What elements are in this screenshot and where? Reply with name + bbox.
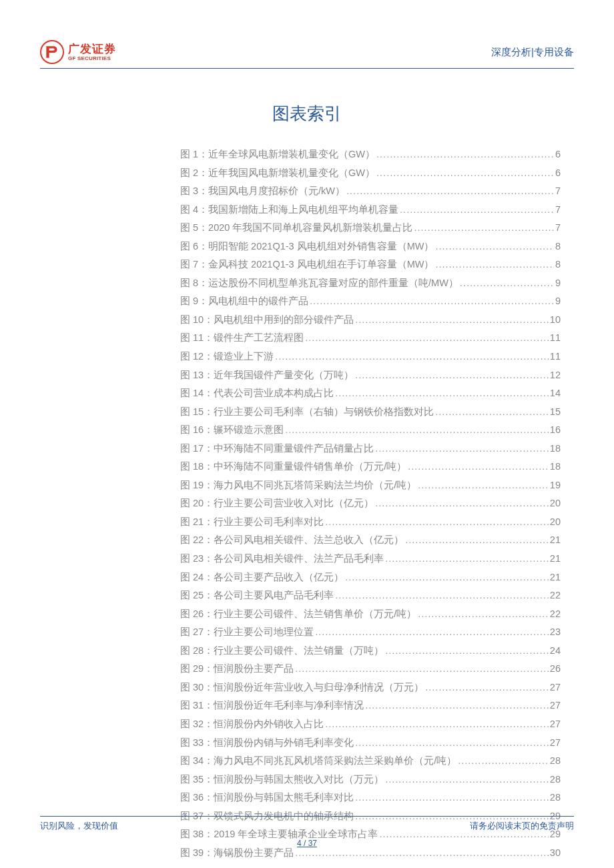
- toc-row: 图 35：恒润股份与韩国太熊收入对比（万元）28: [180, 771, 561, 789]
- toc-entry-label: 图 13：近年我国锻件产量变化（万吨）: [180, 366, 354, 385]
- toc-leader-dots: [376, 145, 554, 164]
- toc-entry-label: 图 15：行业主要公司毛利率（右轴）与钢铁价格指数对比: [180, 403, 434, 422]
- toc-row: 图 32：恒润股份内外销收入占比27: [180, 715, 561, 734]
- toc-entry-page: 16: [550, 421, 561, 440]
- toc-entry-label: 图 27：行业主要公司地理位置: [180, 623, 314, 642]
- toc-entry-page: 27: [550, 734, 561, 753]
- page-header: 广发证券 GF SECURITIES 深度分析|专用设备: [40, 40, 574, 69]
- toc-leader-dots: [285, 421, 549, 440]
- toc-entry-label: 图 14：代表公司营业成本构成占比: [180, 384, 334, 403]
- toc-entry-page: 6: [555, 164, 561, 183]
- toc-leader-dots: [408, 458, 549, 476]
- toc-entry-page: 7: [555, 201, 561, 220]
- logo-text: 广发证券 GF SECURITIES: [68, 43, 116, 61]
- toc-row: 图 25：各公司主要风电产品毛利率22: [180, 586, 561, 605]
- logo-name-en: GF SECURITIES: [68, 56, 116, 61]
- toc-row: 图 18：中环海陆不同重量锻件销售单价（万元/吨）18: [180, 458, 561, 476]
- toc-row: 图 5：2020 年我国不同单机容量风机新增装机量占比7: [180, 219, 561, 238]
- toc-entry-label: 图 31：恒润股份近年毛利率与净利率情况: [180, 697, 364, 715]
- toc-entry-label: 图 3：我国风电月度招标价（元/kW）: [180, 182, 345, 201]
- toc-leader-dots: [405, 531, 549, 550]
- toc-row: 图 16：辗环锻造示意图16: [180, 421, 561, 440]
- toc-entry-page: 27: [550, 679, 561, 697]
- toc-entry-label: 图 22：各公司风电相关锻件、法兰总收入（亿元）: [180, 531, 404, 550]
- toc-leader-dots: [305, 329, 549, 348]
- toc-row: 图 27：行业主要公司地理位置23: [180, 623, 561, 642]
- toc-leader-dots: [345, 568, 549, 587]
- toc-row: 图 8：运达股份不同机型单兆瓦容量对应的部件重量（吨/MW）9: [180, 274, 561, 293]
- toc-entry-page: 6: [555, 145, 561, 164]
- toc-row: 图 10：风电机组中用到的部分锻件产品10: [180, 311, 561, 330]
- document-page: 广发证券 GF SECURITIES 深度分析|专用设备 图表索引 图 1：近年…: [0, 0, 614, 868]
- toc-entry-label: 图 23：各公司风电相关锻件、法兰产品毛利率: [180, 550, 384, 568]
- toc-entry-label: 图 25：各公司主要风电产品毛利率: [180, 586, 334, 605]
- toc-entry-label: 图 16：辗环锻造示意图: [180, 421, 284, 440]
- toc-entry-page: 9: [555, 292, 561, 311]
- toc-leader-dots: [385, 771, 549, 789]
- toc-entry-page: 8: [555, 256, 561, 274]
- toc-entry-label: 图 28：行业主要公司锻件、法兰销量（万吨）: [180, 642, 384, 661]
- toc-row: 图 21：行业主要公司毛利率对比20: [180, 513, 561, 532]
- toc-entry-page: 21: [550, 568, 561, 587]
- toc-leader-dots: [335, 586, 549, 605]
- toc-row: 图 3：我国风电月度招标价（元/kW）7: [180, 182, 561, 201]
- toc-entry-label: 图 19：海力风电不同兆瓦塔筒采购法兰均价（元/吨）: [180, 476, 416, 495]
- toc-row: 图 13：近年我国锻件产量变化（万吨）12: [180, 366, 561, 385]
- toc-row: 图 11：锻件生产工艺流程图11: [180, 329, 561, 348]
- toc-entry-page: 9: [555, 274, 561, 293]
- toc-leader-dots: [375, 440, 549, 458]
- toc-leader-dots: [295, 660, 549, 679]
- toc-entry-label: 图 4：我国新增陆上和海上风电机组平均单机容量: [180, 201, 398, 220]
- toc-entry-label: 图 33：恒润股份内销与外销毛利率变化: [180, 734, 354, 753]
- toc-leader-dots: [385, 550, 549, 568]
- toc-entry-label: 图 26：行业主要公司锻件、法兰销售单价（万元/吨）: [180, 605, 416, 624]
- toc-leader-dots: [414, 219, 554, 238]
- toc-entry-label: 图 29：恒润股份主要产品: [180, 660, 294, 679]
- toc-leader-dots: [375, 494, 549, 513]
- toc-leader-dots: [385, 642, 549, 661]
- toc-leader-dots: [315, 623, 549, 642]
- toc-entry-page: 8: [555, 238, 561, 256]
- toc-entry-label: 图 18：中环海陆不同重量锻件销售单价（万元/吨）: [180, 458, 406, 476]
- toc-entry-page: 15: [550, 403, 561, 422]
- toc-entry-label: 图 1：近年全球风电新增装机量变化（GW）: [180, 145, 375, 164]
- toc-entry-page: 7: [555, 219, 561, 238]
- toc-entry-page: 10: [550, 311, 561, 330]
- toc-leader-dots: [275, 348, 549, 366]
- toc-entry-page: 19: [550, 476, 561, 495]
- toc-entry-label: 图 2：近年我国风电新增装机量变化（GW）: [180, 164, 375, 183]
- toc-entry-label: 图 20：行业主要公司营业收入对比（亿元）: [180, 494, 374, 513]
- toc-entry-label: 图 32：恒润股份内外销收入占比: [180, 715, 324, 734]
- toc-entry-label: 图 10：风电机组中用到的部分锻件产品: [180, 311, 354, 330]
- toc-row: 图 2：近年我国风电新增装机量变化（GW）6: [180, 164, 561, 183]
- logo-name-cn: 广发证券: [68, 43, 116, 55]
- toc-entry-label: 图 6：明阳智能 2021Q1-3 风电机组对外销售容量（MW）: [180, 238, 434, 256]
- toc-entry-label: 图 17：中环海陆不同重量锻件产品销量占比: [180, 440, 374, 458]
- toc-entry-page: 21: [550, 531, 561, 550]
- toc-row: 图 29：恒润股份主要产品26: [180, 660, 561, 679]
- toc-entry-page: 22: [550, 605, 561, 624]
- toc-entry-page: 24: [550, 642, 561, 661]
- toc-entry-page: 27: [550, 715, 561, 734]
- toc-entry-label: 图 34：海力风电不同兆瓦风机塔筒采购法兰采购单价（元/吨）: [180, 752, 456, 771]
- toc-leader-dots: [418, 476, 549, 495]
- toc-entry-page: 27: [550, 697, 561, 715]
- toc-row: 图 15：行业主要公司毛利率（右轴）与钢铁价格指数对比15: [180, 403, 561, 422]
- toc-leader-dots: [325, 715, 549, 734]
- toc-row: 图 26：行业主要公司锻件、法兰销售单价（万元/吨）22: [180, 605, 561, 624]
- toc-row: 图 24：各公司主要产品收入（亿元）21: [180, 568, 561, 587]
- toc-row: 图 12：锻造业上下游11: [180, 348, 561, 366]
- toc-row: 图 14：代表公司营业成本构成占比14: [180, 384, 561, 403]
- page-footer: 识别风险，发现价值 请务必阅读末页的免责声明 4 / 37: [40, 816, 574, 848]
- toc-entry-label: 图 36：恒润股份与韩国太熊毛利率对比: [180, 789, 354, 807]
- toc-row: 图 23：各公司风电相关锻件、法兰产品毛利率21: [180, 550, 561, 568]
- toc-entry-page: 11: [550, 348, 561, 366]
- toc-entry-page: 21: [550, 550, 561, 568]
- toc-entry-page: 28: [550, 771, 561, 789]
- toc-entry-page: 28: [550, 789, 561, 807]
- toc-row: 图 17：中环海陆不同重量锻件产品销量占比18: [180, 440, 561, 458]
- toc-leader-dots: [355, 734, 549, 753]
- toc-leader-dots: [310, 292, 554, 311]
- toc-entry-label: 图 5：2020 年我国不同单机容量风机新增装机量占比: [180, 219, 412, 238]
- toc-entry-label: 图 7：金风科技 2021Q1-3 风电机组在手订单容量（MW）: [180, 256, 434, 274]
